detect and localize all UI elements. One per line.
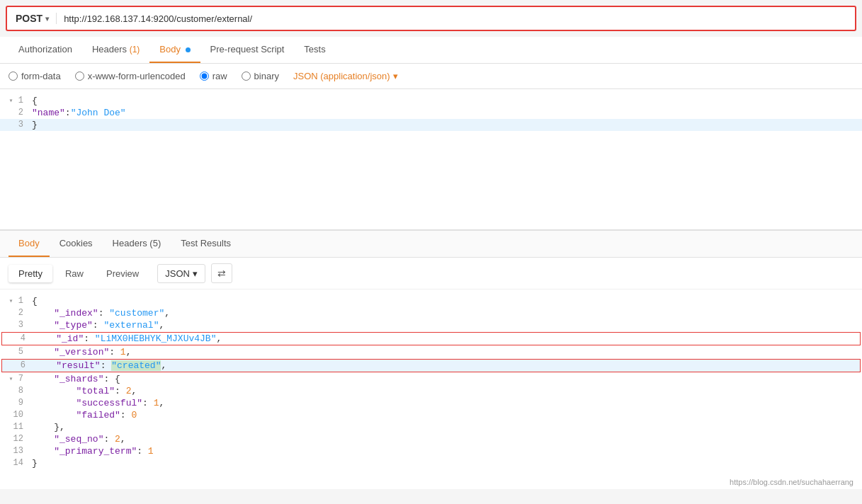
option-form-data[interactable]: form-data [8, 71, 61, 81]
resp-tab-test-results[interactable]: Test Results [171, 231, 241, 257]
json-type-dropdown[interactable]: JSON (application/json) ▾ [293, 71, 398, 81]
format-bar: Pretty Raw Preview JSON ▾ ⇄ [0, 258, 862, 290]
radio-urlencoded[interactable] [75, 71, 84, 81]
tab-prerequest[interactable]: Pre-request Script [200, 37, 295, 63]
resp-line-2: 2 "_index": "customer", [0, 307, 862, 319]
tab-tests[interactable]: Tests [294, 37, 335, 63]
resp-line-3: 3 "_type": "external", [0, 319, 862, 331]
resp-line-8: 8 "total": 2, [0, 385, 862, 397]
tab-headers[interactable]: Headers (1) [82, 37, 149, 63]
radio-form-data[interactable] [8, 71, 18, 81]
footer-link: https://blog.csdn.net/suchahaerrang [0, 475, 862, 489]
url-input[interactable] [64, 13, 846, 24]
request-body-editor[interactable]: ▾ 1 { 2 "name":"John Doe" 3 } [0, 89, 862, 231]
resp-line-12: 12 "_seq_no": 2, [0, 433, 862, 445]
resp-line-14: 14 } [0, 457, 862, 469]
resp-tab-cookies[interactable]: Cookies [50, 231, 103, 257]
option-binary[interactable]: binary [242, 71, 279, 81]
radio-binary[interactable] [242, 71, 251, 81]
resp-line-7: ▾ 7 "_shards": { [0, 373, 862, 385]
option-raw[interactable]: raw [200, 71, 227, 81]
format-preview[interactable]: Preview [96, 265, 149, 282]
response-format-select[interactable]: JSON ▾ [157, 264, 205, 283]
resp-line-11: 11 }, [0, 421, 862, 433]
method-chevron-icon: ▾ [45, 15, 49, 23]
method-dropdown[interactable]: POST ▾ [16, 13, 57, 24]
resp-line-4: 4 "_id": "LiMX0HEBHYK_MJXUv4JB", [1, 332, 861, 345]
format-raw[interactable]: Raw [55, 265, 93, 282]
filter-icon-button[interactable]: ⇄ [211, 263, 232, 283]
response-section: Body Cookies Headers (5) Test Results Pr… [0, 231, 862, 489]
format-select-chevron-icon: ▾ [193, 268, 198, 279]
json-type-chevron-icon: ▾ [393, 71, 398, 81]
format-pretty[interactable]: Pretty [8, 265, 52, 282]
resp-line-1: ▾ 1 { [0, 295, 862, 307]
resp-line-13: 13 "_primary_term": 1 [0, 445, 862, 457]
response-json-viewer: ▾ 1 { 2 "_index": "customer", 3 "_type":… [0, 290, 862, 475]
resp-line-9: 9 "successful": 1, [0, 397, 862, 409]
radio-raw[interactable] [200, 71, 209, 81]
body-options: form-data x-www-form-urlencoded raw bina… [0, 64, 862, 89]
resp-line-10: 10 "failed": 0 [0, 409, 862, 421]
url-bar: POST ▾ [6, 6, 856, 31]
tab-body[interactable]: Body [149, 37, 200, 63]
option-urlencoded[interactable]: x-www-form-urlencoded [75, 71, 186, 81]
req-line-1: ▾ 1 { [0, 95, 862, 107]
request-tabs: Authorization Headers (1) Body Pre-reque… [0, 37, 862, 64]
resp-line-5: 5 "_version": 1, [0, 346, 862, 358]
method-label: POST [16, 13, 42, 24]
resp-tab-headers[interactable]: Headers (5) [103, 231, 171, 257]
response-tabs: Body Cookies Headers (5) Test Results [0, 231, 862, 258]
req-line-2: 2 "name":"John Doe" [0, 107, 862, 119]
tab-authorization[interactable]: Authorization [8, 37, 82, 63]
req-line-3: 3 } [0, 119, 862, 131]
resp-tab-body[interactable]: Body [8, 231, 50, 257]
headers-badge: (1) [130, 45, 140, 55]
body-dot-indicator [186, 47, 191, 52]
resp-line-6: 6 "result": "created", [1, 359, 861, 372]
